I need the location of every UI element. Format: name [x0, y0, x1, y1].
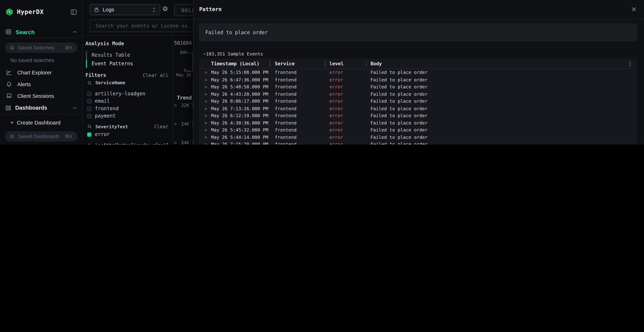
event-service: frontend: [275, 92, 296, 97]
clear-severity-link[interactable]: Clear: [154, 124, 168, 129]
pattern-row-trend[interactable]: > 22K: [173, 102, 194, 109]
event-service: frontend: [275, 134, 296, 140]
expand-chevron-icon[interactable]: >: [204, 127, 207, 133]
table-options-kebab-icon[interactable]: [629, 61, 630, 66]
expand-chevron-icon[interactable]: >: [204, 84, 207, 90]
checkbox[interactable]: [87, 106, 92, 111]
checkbox[interactable]: [87, 114, 92, 118]
expand-chevron-icon[interactable]: >: [204, 142, 207, 144]
checkbox[interactable]: ✓: [87, 132, 92, 136]
event-row[interactable]: > May 26 4:30:36.000 PM frontend error F…: [199, 119, 637, 126]
event-row[interactable]: > May 26 5:15:08.000 PM frontend error F…: [199, 69, 637, 76]
expand-chevron-icon[interactable]: >: [204, 70, 207, 75]
event-body: Failed to place order: [370, 106, 428, 111]
expand-chevron-icon[interactable]: >: [204, 92, 207, 97]
event-row[interactable]: > May 26 5:48:50.000 PM frontend error F…: [199, 83, 637, 90]
expand-chevron-icon[interactable]: >: [174, 140, 177, 144]
saved-searches-input[interactable]: ⌘K: [5, 43, 77, 52]
clear-all-filters-link[interactable]: Clear all: [143, 72, 168, 78]
expand-chevron-icon[interactable]: >: [204, 120, 207, 126]
column-separator[interactable]: [366, 61, 367, 66]
search-icon[interactable]: [87, 80, 92, 85]
pattern-text: Failed to place order: [205, 30, 268, 35]
filter-checkbox-row[interactable]: artillery-loadgen: [87, 90, 165, 97]
filter-checkbox-row[interactable]: email: [87, 98, 165, 104]
search-icon[interactable]: [87, 124, 92, 129]
expand-chevron-icon[interactable]: >: [204, 98, 207, 104]
event-level: error: [329, 98, 343, 104]
saved-searches-field[interactable]: [17, 44, 60, 51]
filter-group-name: ServiceName: [95, 80, 125, 86]
event-row[interactable]: > May 26 4:43:20.000 PM frontend error F…: [199, 90, 637, 98]
expand-chevron-icon[interactable]: >: [204, 113, 207, 118]
filter-checkbox-row[interactable]: payment: [87, 112, 165, 119]
column-separator[interactable]: [325, 61, 326, 66]
event-timestamp: May 26 5:15:08.000 PM: [211, 70, 268, 75]
sidebar-section-search[interactable]: Search: [5, 26, 77, 38]
expand-chevron-icon[interactable]: >: [174, 121, 177, 127]
dashboard-grid-icon: [5, 105, 12, 111]
column-header-body[interactable]: Body: [370, 61, 382, 66]
event-level: error: [329, 120, 343, 126]
expand-chevron-icon[interactable]: >: [204, 77, 207, 82]
event-service: frontend: [275, 127, 296, 133]
mode-event-patterns[interactable]: Event Patterns: [86, 60, 168, 68]
event-level: error: [329, 77, 343, 82]
no-saved-searches-text: No saved searches: [10, 58, 54, 63]
sidebar-item-alerts[interactable]: Alerts: [0, 78, 82, 90]
event-level: error: [329, 127, 343, 133]
sidebar-section-dashboards[interactable]: Dashboards: [5, 102, 77, 114]
event-search-placeholder: Search your events w/ Lucene ex. colu: [96, 23, 206, 28]
column-header-level[interactable]: level: [329, 61, 344, 66]
expand-chevron-icon[interactable]: >: [174, 103, 177, 108]
filter-group-cache-size: LogAttributes['cache.size']: [87, 142, 168, 144]
event-service: frontend: [275, 70, 296, 75]
event-row[interactable]: > May 26 8:06:17.000 PM frontend error F…: [199, 98, 637, 105]
checkbox[interactable]: [87, 92, 92, 96]
filter-group-name: LogAttributes['cache.size']: [95, 142, 169, 144]
event-row[interactable]: > May 26 5:44:14.000 PM frontend error F…: [199, 134, 637, 141]
filter-group-servicename: ServiceName: [87, 80, 168, 86]
saved-searches-shortcut: ⌘K: [65, 45, 73, 50]
event-level: error: [329, 106, 343, 111]
event-timestamp: May 26 5:44:14.000 PM: [211, 134, 268, 140]
collapse-sidebar-icon[interactable]: [70, 8, 77, 16]
event-row[interactable]: > May 26 7:13:26.000 PM frontend error F…: [199, 105, 637, 112]
pattern-row-trend[interactable]: > 24K: [173, 139, 194, 144]
app-title: HyperDX: [17, 8, 44, 16]
expand-chevron-icon[interactable]: >: [204, 134, 207, 140]
close-icon[interactable]: [630, 6, 638, 13]
filter-checkbox-row[interactable]: frontend: [87, 105, 165, 112]
column-header-timestamp[interactable]: Timestamp (Local): [211, 61, 260, 66]
checkbox[interactable]: [87, 99, 92, 103]
create-dashboard-button[interactable]: + Create Dashboard: [0, 117, 82, 128]
saved-dashboards-input[interactable]: ⌘K: [5, 132, 77, 141]
source-settings-gear-icon[interactable]: ⚙: [162, 6, 168, 12]
event-row[interactable]: > May 26 7:15:29.000 PM frontend error F…: [199, 141, 637, 144]
histogram-ymin-label: 0: [184, 68, 186, 72]
event-row[interactable]: > May 26 5:45:32.000 PM frontend error F…: [199, 126, 637, 134]
event-service: frontend: [275, 120, 296, 126]
search-icon[interactable]: [87, 143, 92, 144]
expand-chevron-icon[interactable]: >: [204, 106, 207, 111]
mode-results-table[interactable]: Results Table: [86, 51, 168, 59]
sidebar-item-client-sessions[interactable]: Client Sessions: [0, 90, 82, 102]
event-level: error: [329, 70, 343, 75]
sample-events-count: ~103,351 Sample Events: [203, 51, 263, 57]
column-separator[interactable]: [270, 61, 270, 66]
column-header-service[interactable]: Service: [275, 61, 295, 66]
source-select[interactable]: Logs: [90, 4, 160, 15]
event-timestamp: May 26 7:15:29.000 PM: [211, 142, 268, 144]
sidebar-item-chart-explorer[interactable]: Chart Explorer: [0, 66, 82, 78]
event-row[interactable]: > May 26 6:47:36.000 PM frontend error F…: [199, 76, 637, 83]
saved-dashboards-field[interactable]: [17, 133, 60, 140]
event-service: frontend: [275, 84, 296, 90]
logo-row: HyperDX: [5, 6, 77, 17]
event-row[interactable]: > May 26 6:12:19.000 PM frontend error F…: [199, 112, 637, 119]
chevron-up-icon: [72, 29, 77, 34]
event-level: error: [329, 92, 343, 97]
filter-checkbox-row[interactable]: ✓ error: [87, 131, 165, 138]
chevron-up-down-icon: [152, 7, 156, 12]
pattern-row-trend[interactable]: > 24K: [173, 120, 194, 127]
event-timestamp: May 26 6:47:36.000 PM: [211, 77, 268, 82]
